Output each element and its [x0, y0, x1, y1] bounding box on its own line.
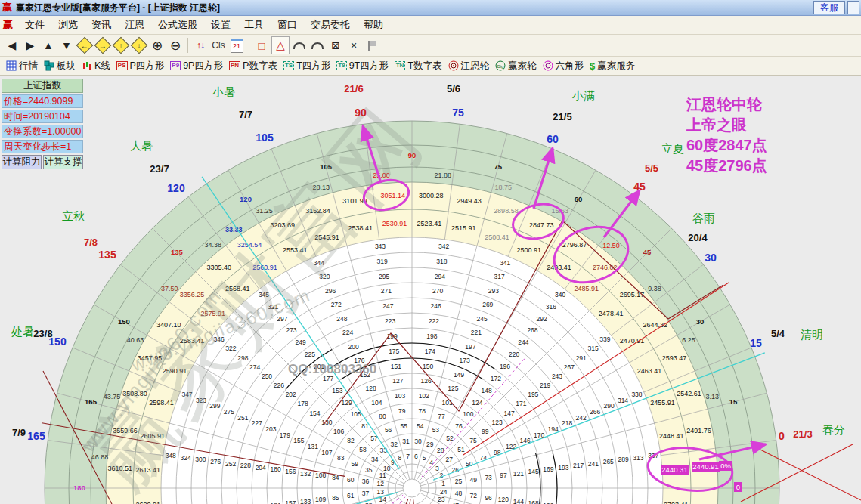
step-value: 周天变化步长=1 [2, 140, 83, 153]
view-button-9P四方形[interactable]: P99P四方形 [170, 60, 223, 73]
menu-item-设置[interactable]: 设置 [204, 18, 237, 32]
shift-left-button[interactable]: ← [76, 37, 93, 54]
svg-text:31: 31 [402, 438, 410, 445]
svg-text:10: 10 [383, 465, 391, 472]
view-button-行情[interactable]: 行情 [6, 60, 38, 73]
updown-button[interactable]: ↑↓ [192, 37, 209, 54]
index-info-panel: 上证指数 价格=2440.9099 时间=20190104 变换系数=1.000… [2, 79, 83, 169]
forward-button[interactable]: ▶ [22, 37, 39, 54]
svg-text:2500.91: 2500.91 [517, 246, 542, 254]
menu-item-交易委托[interactable]: 交易委托 [304, 18, 357, 32]
svg-text:133: 133 [300, 498, 311, 504]
svg-text:149: 149 [454, 371, 464, 379]
calc-support-button[interactable]: 计算支撑 [43, 155, 83, 169]
svg-text:96: 96 [485, 494, 492, 502]
calc-resistance-button[interactable]: 计算阻力 [2, 155, 42, 169]
svg-text:245: 245 [477, 315, 488, 323]
toolbar-views: 行情板块K线PSP四方形P99P四方形PNP数字表TST四方形T99T四方形TN… [0, 57, 861, 76]
svg-text:242: 242 [575, 414, 586, 422]
view-button-赢家轮[interactable]: Big赢家轮 [495, 60, 537, 73]
view-button-P四方形[interactable]: PSP四方形 [116, 60, 165, 73]
shift-right-button[interactable]: → [94, 37, 111, 54]
view-button-label: 赢家轮 [508, 60, 537, 73]
svg-text:300: 300 [195, 456, 206, 463]
wheel-label-75: 75 [452, 107, 464, 119]
view-button-江恩轮[interactable]: 江恩轮 [448, 60, 490, 73]
annotation-line: 45度2796点 [686, 156, 767, 176]
T9-icon: T9 [336, 61, 346, 70]
zoom-out-button[interactable]: ⊖ [167, 37, 184, 54]
svg-text:107: 107 [321, 449, 332, 456]
svg-text:120: 120 [240, 195, 252, 203]
svg-text:290: 290 [603, 402, 614, 410]
svg-text:102: 102 [419, 392, 429, 400]
svg-text:339: 339 [599, 335, 610, 343]
svg-text:52: 52 [446, 434, 454, 442]
svg-text:241: 241 [588, 460, 599, 468]
svg-text:27: 27 [445, 456, 453, 463]
cls-button[interactable]: Cls [210, 37, 227, 54]
view-button-T四方形[interactable]: TST四方形 [283, 60, 330, 73]
svg-text:25: 25 [455, 478, 463, 485]
svg-text:223: 223 [385, 317, 395, 325]
flag-tool-button[interactable] [364, 37, 380, 54]
move-tool-button[interactable]: × [345, 37, 362, 54]
menu-item-窗口[interactable]: 窗口 [271, 18, 304, 32]
svg-text:2508.41: 2508.41 [485, 233, 509, 241]
PS-icon: PS [116, 61, 128, 70]
svg-text:171: 171 [516, 400, 526, 407]
menu-logo-icon: 赢 [3, 18, 13, 32]
box-x-tool-button[interactable]: ⊠ [327, 37, 344, 54]
svg-text:3000.28: 3000.28 [419, 192, 444, 199]
wheel-label-清明: 清明 [801, 328, 823, 342]
view-button-9T四方形[interactable]: T99T四方形 [336, 60, 388, 73]
svg-text:55: 55 [401, 422, 408, 430]
pointer-down-button[interactable]: ▼ [58, 37, 75, 54]
svg-text:217: 217 [573, 462, 584, 469]
shift-up-button[interactable]: ↑ [113, 37, 129, 54]
svg-text:226: 226 [274, 382, 284, 389]
svg-text:2949.43: 2949.43 [457, 197, 482, 205]
arc-ccw-tool-button[interactable] [291, 37, 308, 54]
customer-service-button[interactable]: 客服 [813, 1, 845, 14]
arc-cw-tool-button[interactable] [309, 37, 326, 54]
menu-item-公式选股[interactable]: 公式选股 [151, 18, 204, 32]
menu-item-文件[interactable]: 文件 [18, 18, 51, 32]
svg-text:61: 61 [347, 492, 355, 499]
menu-item-帮助[interactable]: 帮助 [357, 18, 390, 32]
svg-text:243: 243 [552, 373, 562, 380]
triangle-tool-button[interactable]: △ [271, 36, 290, 54]
clipped-button[interactable] [847, 1, 859, 14]
svg-text:2847.73: 2847.73 [529, 221, 554, 229]
svg-text:291: 291 [576, 354, 587, 362]
svg-text:293: 293 [488, 287, 499, 295]
pointer-up-button[interactable]: ▲ [40, 37, 57, 54]
view-button-六角形[interactable]: 六角形 [543, 60, 584, 73]
menu-item-资讯[interactable]: 资讯 [85, 18, 118, 32]
view-button-K线[interactable]: K线 [82, 60, 110, 73]
svg-text:5: 5 [423, 454, 426, 462]
back-button[interactable]: ◀ [4, 37, 20, 54]
menu-item-工具[interactable]: 工具 [237, 18, 271, 32]
view-button-赢家服务[interactable]: $赢家服务 [590, 60, 635, 73]
rect-tool-button[interactable]: □ [253, 37, 270, 54]
svg-text:79: 79 [398, 407, 406, 415]
title-bar: 赢 赢家江恩专业版[赢家服务平台] - [上证指数 江恩轮] 客服 [0, 0, 861, 16]
view-button-P数字表[interactable]: PNP数字表 [229, 60, 277, 73]
shift-down-button[interactable]: ↓ [131, 37, 147, 54]
zoom-in-button[interactable]: ⊕ [149, 37, 166, 54]
view-button-板块[interactable]: 板块 [44, 60, 76, 73]
svg-text:319: 319 [376, 258, 387, 265]
svg-text:197: 197 [465, 343, 475, 351]
svg-text:51: 51 [457, 446, 465, 453]
window-title: 赢家江恩专业版[赢家服务平台] - [上证指数 江恩轮] [16, 2, 220, 14]
svg-text:314: 314 [618, 397, 628, 404]
menu-item-浏览[interactable]: 浏览 [51, 18, 85, 32]
calendar-button[interactable]: 21 [228, 37, 245, 54]
svg-text:2523.41: 2523.41 [417, 220, 442, 227]
menu-item-江恩[interactable]: 江恩 [118, 18, 151, 32]
view-button-T数字表[interactable]: TNT数字表 [395, 60, 442, 73]
svg-text:198: 198 [426, 332, 437, 340]
svg-text:194: 194 [548, 425, 559, 433]
svg-text:250: 250 [262, 373, 272, 380]
